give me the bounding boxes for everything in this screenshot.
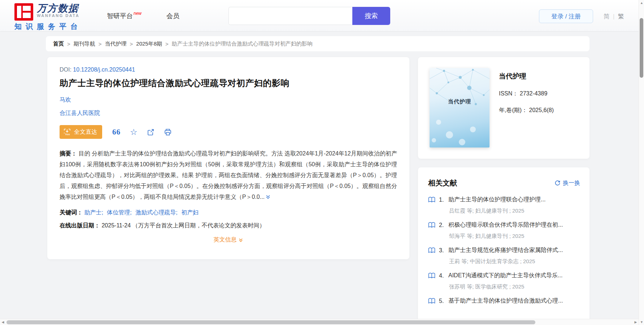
abstract-section: 摘要： 目的 分析助产士主导的体位护理结合激励式心理疏导对初产妇的影响研究。方法… bbox=[60, 148, 397, 203]
related-item-meta: 张苏明 等; 医学临床研究 ; 2025 bbox=[449, 283, 580, 290]
search-button[interactable]: 搜索 bbox=[352, 7, 390, 25]
related-item-title[interactable]: AIDET沟通模式下的助产士主导伙伴式导乐... bbox=[448, 272, 562, 279]
keywords-section: 关键词： 助产士; 体位管理; 激励式心理疏导; 初产妇 bbox=[60, 208, 397, 217]
scroll-right-arrow[interactable]: ▶ bbox=[633, 319, 639, 325]
new-badge: new bbox=[134, 11, 142, 16]
related-item-title[interactable]: 助产士主导的体位护理联合心理护理... bbox=[448, 196, 545, 204]
journal-cover-image[interactable]: 当代护理 bbox=[430, 68, 489, 147]
login-register-button[interactable]: 登录 / 注册 bbox=[539, 9, 593, 23]
publish-date-label: 在线出版日期： bbox=[60, 222, 100, 228]
breadcrumb-separator: > bbox=[165, 41, 169, 47]
related-item: 5. 基于助产士主导的体位护理结合激励式心理... bbox=[428, 297, 580, 305]
doi-label: DOI: bbox=[60, 67, 71, 73]
keywords-label: 关键词： bbox=[60, 209, 83, 215]
scroll-down-arrow[interactable]: ▼ bbox=[639, 319, 644, 325]
nav-zhiyan-platform[interactable]: 智研平台new bbox=[107, 12, 141, 20]
related-item-meta: 吕红霞 等; 妇儿健康导刊 ; 2025 bbox=[449, 208, 580, 214]
book-icon bbox=[428, 197, 435, 203]
fulltext-button-label: 全文直达 bbox=[74, 128, 97, 136]
fulltext-access-button[interactable]: free 全文直达 bbox=[60, 125, 102, 139]
book-icon bbox=[428, 247, 435, 253]
publish-date-section: 在线出版日期： 2025-11-24 （万方平台首次上网日期，不代表论文的发表时… bbox=[60, 222, 397, 230]
affiliation-link[interactable]: 合江县人民医院 bbox=[60, 110, 100, 116]
favorite-star-icon[interactable]: ☆ bbox=[130, 128, 138, 136]
publish-date-value: 2025-11-24 bbox=[101, 222, 131, 228]
related-item: 1. 助产士主导的体位护理联合心理护理... 吕红霞 等; 妇儿健康导刊 ; 2… bbox=[428, 196, 580, 214]
breadcrumb-separator: > bbox=[130, 41, 133, 47]
search-bar: 搜索 bbox=[229, 7, 390, 25]
book-icon bbox=[428, 298, 435, 304]
breadcrumb: 首页 > 期刊导航 > 当代护理 > 2025年8期 > 助产士主导的体位护理结… bbox=[46, 36, 589, 51]
doi-link[interactable]: 10.12208/j.cn.20250441 bbox=[73, 67, 135, 73]
brand-name-cn: 万方数据 bbox=[37, 3, 79, 13]
vertical-scrollbar[interactable]: ▲ ▼ bbox=[639, 0, 644, 325]
citation-quote-icon[interactable]: 66 bbox=[112, 128, 121, 137]
keyword-link[interactable]: 助产士 bbox=[84, 209, 101, 215]
related-item: 2. 积极心理暗示联合伙伴式导乐陪伴护理在初... 邹海平 等; 妇儿健康导刊 … bbox=[428, 221, 580, 240]
horizontal-scroll-thumb[interactable] bbox=[6, 320, 535, 324]
abstract-text: 目的 分析助产士主导的体位护理结合激励式心理疏导对初产妇的影响研究。方法 选取2… bbox=[60, 150, 397, 200]
expand-abstract-chevron-icon[interactable] bbox=[265, 192, 271, 203]
refresh-related-button[interactable]: 换一换 bbox=[554, 179, 580, 187]
lang-simplified[interactable]: 简 bbox=[604, 12, 610, 21]
related-item: 3. 助产士主导规范化疼痛护理结合家属陪伴式... 王莉 等; 中国计划生育学杂… bbox=[428, 247, 580, 265]
related-item: 4. AIDET沟通模式下的助产士主导伙伴式导乐... 张苏明 等; 医学临床研… bbox=[428, 272, 580, 290]
keyword-link[interactable]: 激励式心理疏导 bbox=[135, 209, 176, 215]
related-item-title[interactable]: 基于助产士主导的体位护理结合激励式心理... bbox=[448, 297, 563, 305]
english-info-chevron-icon bbox=[238, 238, 243, 243]
scroll-left-arrow[interactable]: ◀ bbox=[0, 319, 6, 325]
breadcrumb-separator: > bbox=[99, 41, 102, 47]
related-item-meta: 邹海平 等; 妇儿健康导刊 ; 2025 bbox=[449, 233, 580, 240]
horizontal-scrollbar[interactable]: ◀ ▶ bbox=[0, 319, 639, 325]
volume-value: 2025,6(8) bbox=[529, 107, 554, 113]
journal-card: 当代护理 当代护理 ISSN： 2732-4389 年,卷(期)： 2025,6… bbox=[418, 57, 589, 159]
journal-cover-title: 当代护理 bbox=[430, 98, 489, 105]
related-item-title[interactable]: 助产士主导规范化疼痛护理结合家属陪伴式... bbox=[448, 247, 563, 254]
language-switch: 简 | 繁 bbox=[604, 12, 624, 21]
breadcrumb-journal-nav[interactable]: 期刊导航 bbox=[74, 40, 95, 47]
keyword-link[interactable]: 体位管理 bbox=[107, 209, 130, 215]
free-download-icon: free bbox=[63, 128, 71, 136]
related-item-meta: 王莉 等; 中国计划生育学杂志 ; 2025 bbox=[449, 258, 580, 265]
wanfang-logo-icon bbox=[14, 3, 33, 21]
issn-value: 2732-4389 bbox=[520, 90, 548, 97]
lang-traditional[interactable]: 繁 bbox=[618, 12, 624, 21]
wanfang-logo[interactable]: 万方数据 WANFANG DATA 知识服务平台 bbox=[14, 3, 82, 31]
breadcrumb-issue[interactable]: 2025年8期 bbox=[136, 40, 162, 47]
nav-member[interactable]: 会员 bbox=[166, 12, 179, 20]
article-card: DOI: 10.12208/j.cn.20250441 助产士主导的体位护理结合… bbox=[47, 57, 409, 259]
print-icon[interactable] bbox=[164, 128, 172, 136]
refresh-icon bbox=[554, 180, 561, 186]
search-input[interactable] bbox=[229, 7, 352, 25]
issn-label: ISSN： bbox=[499, 90, 518, 97]
brand-name-en: WANFANG DATA bbox=[37, 13, 79, 18]
breadcrumb-journal[interactable]: 当代护理 bbox=[105, 40, 127, 47]
article-title: 助产士主导的体位护理结合激励式心理疏导对初产妇的影响 bbox=[60, 77, 397, 89]
share-export-icon[interactable] bbox=[147, 128, 155, 136]
brand-tagline: 知识服务平台 bbox=[14, 22, 82, 31]
svg-text:free: free bbox=[65, 133, 70, 136]
author-link[interactable]: 马欢 bbox=[60, 97, 71, 103]
related-item-title[interactable]: 积极心理暗示联合伙伴式导乐陪伴护理在初... bbox=[448, 221, 563, 229]
volume-label: 年,卷(期)： bbox=[499, 107, 527, 113]
related-articles-card: 相关文献 换一换 1. 助产士主导的体位护理联合心理护理... 吕红霞 等; 妇… bbox=[418, 167, 589, 325]
related-articles-title: 相关文献 bbox=[428, 178, 457, 188]
publish-date-note: （万方平台首次上网日期，不代表论文的发表时间） bbox=[132, 222, 265, 228]
scroll-up-arrow[interactable]: ▲ bbox=[639, 0, 644, 6]
abstract-label: 摘要： bbox=[60, 150, 77, 157]
book-icon bbox=[428, 222, 435, 228]
lang-separator: | bbox=[613, 13, 614, 20]
breadcrumb-current-article: 助产士主导的体位护理结合激励式心理疏导对初产妇的影响 bbox=[172, 40, 313, 47]
breadcrumb-home[interactable]: 首页 bbox=[53, 40, 64, 47]
book-icon bbox=[428, 273, 435, 279]
related-articles-list: 1. 助产士主导的体位护理联合心理护理... 吕红霞 等; 妇儿健康导刊 ; 2… bbox=[428, 196, 580, 305]
breadcrumb-separator: > bbox=[67, 41, 70, 47]
keyword-link[interactable]: 初产妇 bbox=[181, 209, 199, 215]
top-header: 万方数据 WANFANG DATA 知识服务平台 智研平台new 会员 搜索 登… bbox=[0, 0, 644, 31]
english-info-toggle[interactable]: 英文信息 bbox=[214, 236, 243, 244]
journal-name[interactable]: 当代护理 bbox=[499, 72, 554, 81]
vertical-scroll-thumb[interactable] bbox=[640, 18, 643, 78]
